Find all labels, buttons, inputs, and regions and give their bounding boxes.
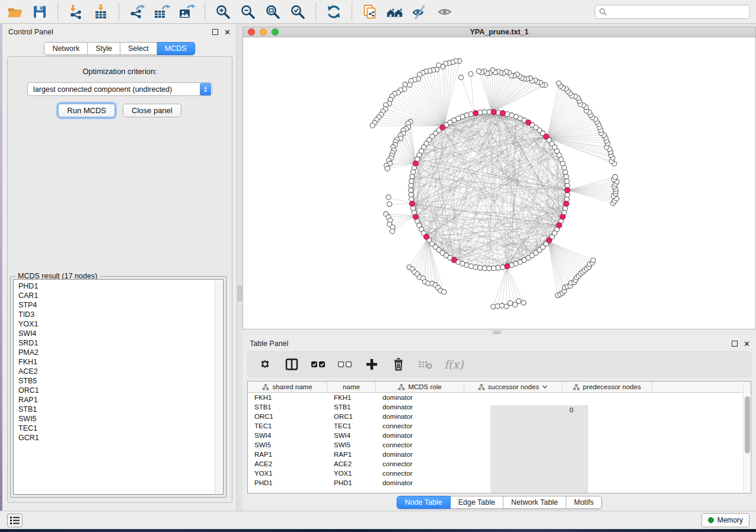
delete-icon[interactable] [391, 357, 406, 372]
mcds-node[interactable] [451, 258, 457, 263]
mcds-result-item[interactable]: STB5 [14, 376, 223, 386]
network-node[interactable] [516, 299, 521, 303]
save-session-icon[interactable] [31, 4, 49, 20]
table-row[interactable]: FKH1FKH1dominator962 [248, 393, 751, 402]
mcds-result-item[interactable]: SWI4 [14, 329, 223, 338]
mcds-node[interactable] [424, 234, 429, 239]
table-row[interactable]: PHD1PHD1dominator180 [248, 478, 751, 488]
network-node[interactable] [409, 183, 413, 188]
network-node[interactable] [613, 175, 617, 180]
mcds-node[interactable] [491, 110, 496, 115]
task-history-button[interactable] [7, 514, 23, 527]
network-node[interactable] [385, 166, 390, 171]
show-all-icon[interactable] [436, 4, 454, 20]
mcds-result-item[interactable]: TEC1 [14, 424, 223, 433]
mcds-node[interactable] [565, 188, 570, 193]
close-panel-button[interactable]: Close panel [123, 104, 181, 117]
export-image-icon[interactable] [178, 4, 196, 20]
mcds-node[interactable] [473, 111, 479, 116]
first-neighbors-icon[interactable] [386, 4, 404, 20]
column-header-successor-nodes[interactable]: successor nodes [464, 382, 562, 392]
duplicate-network-icon[interactable] [361, 4, 379, 20]
mcds-node[interactable] [505, 264, 510, 269]
table-scrollbar[interactable] [743, 382, 750, 492]
tab-style[interactable]: Style [88, 42, 120, 55]
mcds-node[interactable] [410, 201, 415, 207]
table-scrollbar-thumb[interactable] [745, 396, 750, 453]
mcds-list-scrollbar[interactable] [215, 280, 222, 493]
mcds-result-item[interactable]: RAP1 [14, 395, 223, 405]
network-node[interactable] [409, 193, 413, 197]
hide-selected-icon[interactable] [411, 4, 429, 20]
mcds-node[interactable] [544, 134, 549, 139]
tab-network-table[interactable]: Network Table [503, 496, 566, 509]
columns-icon[interactable] [284, 357, 299, 372]
network-node[interactable] [370, 123, 375, 128]
splitter-handle[interactable] [493, 331, 501, 334]
import-network-icon[interactable] [67, 4, 85, 20]
mcds-node[interactable] [547, 238, 552, 243]
network-node[interactable] [411, 170, 416, 175]
zoom-fit-icon[interactable] [264, 4, 282, 20]
mcds-result-item[interactable]: SRD1 [14, 338, 223, 348]
float-panel-icon[interactable] [212, 29, 218, 35]
vertical-splitter[interactable] [237, 24, 243, 511]
column-header-predecessor-nodes[interactable]: predecessor nodes [562, 382, 652, 392]
zoom-out-icon[interactable] [239, 4, 257, 20]
column-header-MCDS-role[interactable]: MCDS role [376, 382, 464, 392]
network-node[interactable] [478, 265, 483, 270]
tab-edge-table[interactable]: Edge Table [451, 496, 503, 509]
zoom-in-icon[interactable] [214, 4, 232, 20]
export-network-icon[interactable] [128, 4, 146, 20]
float-panel-icon[interactable] [732, 341, 738, 347]
network-canvas[interactable] [243, 37, 755, 329]
mcds-result-list[interactable]: PHD1CAR1STP4TID3YOX1SWI4SRD1PMA2FKH1ACE2… [13, 279, 224, 495]
search-input[interactable] [610, 8, 746, 16]
network-node[interactable] [492, 266, 496, 271]
tab-motifs[interactable]: Motifs [566, 496, 602, 509]
network-node[interactable] [499, 303, 504, 308]
mcds-result-item[interactable]: YOX1 [14, 319, 223, 329]
network-node[interactable] [407, 82, 412, 87]
deselect-all-icon[interactable] [337, 357, 353, 372]
network-node[interactable] [386, 195, 391, 200]
import-table-icon[interactable] [92, 4, 110, 20]
memory-button[interactable]: Memory [701, 513, 749, 527]
network-node[interactable] [469, 264, 474, 268]
tab-select[interactable]: Select [120, 42, 157, 55]
network-node[interactable] [563, 170, 567, 175]
run-mcds-button[interactable]: Run MCDS [58, 104, 115, 117]
splitter-handle[interactable] [238, 286, 242, 301]
mcds-result-item[interactable]: STP4 [14, 300, 223, 310]
network-node[interactable] [409, 179, 414, 184]
column-header-shared-name[interactable]: shared name [248, 382, 327, 392]
horizontal-splitter[interactable] [243, 329, 756, 335]
mcds-node[interactable] [413, 161, 419, 166]
network-node[interactable] [556, 81, 561, 86]
column-header-name[interactable]: name [327, 382, 376, 392]
mcds-result-item[interactable]: FKH1 [14, 357, 223, 367]
network-node[interactable] [564, 179, 569, 184]
network-node[interactable] [442, 290, 446, 294]
mcds-result-item[interactable]: PMA2 [14, 348, 223, 357]
export-table-icon[interactable] [153, 4, 171, 20]
network-node[interactable] [390, 229, 394, 233]
close-panel-icon[interactable]: ✕ [744, 340, 750, 348]
mcds-result-item[interactable]: PHD1 [14, 281, 223, 291]
mcds-node[interactable] [526, 120, 531, 125]
mcds-node[interactable] [560, 214, 566, 220]
network-node[interactable] [564, 174, 569, 179]
mcds-result-item[interactable]: CAR1 [14, 291, 223, 300]
mcds-result-item[interactable]: ACE2 [14, 367, 223, 376]
mcds-result-item[interactable]: GCR1 [14, 433, 223, 443]
tab-node-table[interactable]: Node Table [397, 496, 451, 509]
close-panel-icon[interactable]: ✕ [224, 28, 231, 36]
network-node[interactable] [496, 265, 500, 270]
select-all-icon[interactable] [311, 357, 326, 372]
network-node[interactable] [464, 262, 469, 267]
mcds-node[interactable] [413, 214, 419, 220]
network-node[interactable] [409, 188, 413, 193]
network-node[interactable] [487, 266, 492, 271]
network-node[interactable] [403, 82, 407, 87]
network-node[interactable] [410, 174, 414, 179]
